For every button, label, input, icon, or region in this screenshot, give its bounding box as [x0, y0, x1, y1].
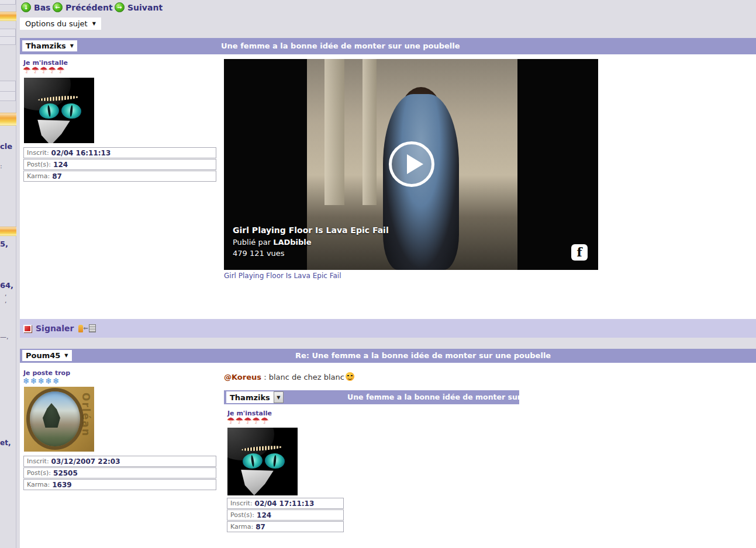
- post1-karma-row: Karma:87: [23, 171, 216, 182]
- chevron-down-icon[interactable]: ▼: [274, 391, 284, 403]
- posts-value: 124: [53, 161, 68, 169]
- left-strip-highlight: [0, 113, 16, 126]
- nav-link-precedent[interactable]: ← Précédent: [53, 2, 113, 12]
- building-column-shape: [363, 59, 377, 205]
- document-icon: [89, 324, 96, 332]
- nav-label[interactable]: Précédent: [65, 3, 113, 12]
- author-name: Thamziks: [26, 41, 66, 50]
- post2-inscrit-row: Inscrit:03/12/2007 22:03: [23, 456, 216, 467]
- cat-mask-shape: [238, 470, 277, 495]
- post2-posts-row: Post(s):52505: [23, 467, 216, 478]
- signaler-link[interactable]: Signaler: [36, 324, 74, 333]
- chevron-down-icon: ▼: [92, 21, 96, 26]
- publisher-prefix: Publié par: [233, 238, 273, 247]
- left-strip-divider: [16, 0, 16, 548]
- karma-value: 87: [52, 172, 62, 181]
- message-text: : blanc de chez blanc: [261, 373, 344, 381]
- inscrit-value: 03/12/2007 22:03: [51, 457, 120, 466]
- left-strip-fragment: —,: [0, 333, 9, 341]
- chevron-down-icon: ▼: [70, 43, 74, 48]
- karma-value: 1639: [52, 481, 71, 489]
- left-strip-cell: [0, 91, 16, 101]
- author-name: Poum45: [26, 351, 60, 360]
- karma-label: Karma:: [230, 523, 253, 530]
- forum-page: cle : 5, 64, , , —, et, ↓ Bas ← Précéden…: [0, 0, 756, 548]
- chevron-down-icon: ▼: [64, 353, 68, 358]
- arrow-right-icon: →: [115, 2, 125, 12]
- arrow-left-icon: ⇐: [84, 325, 88, 331]
- post2-avatar: Orléan: [24, 387, 94, 452]
- posts-label: Post(s):: [230, 511, 254, 519]
- left-strip-fragment: cle: [0, 142, 12, 151]
- left-strip-fragment: :: [0, 162, 2, 170]
- video-publisher: Publié par LADbible: [233, 238, 312, 247]
- post1-action-bar: Signaler ⇐: [20, 319, 756, 338]
- video-views: 479 121 vues: [233, 249, 285, 258]
- umbrella-rank-icons: ☂☂☂☂☂: [227, 415, 269, 426]
- smirk-emoji-icon: [346, 372, 354, 381]
- quote-header: Thamziks ▼ Une femme a la bonne idée de …: [224, 390, 519, 404]
- nav-label[interactable]: Bas: [34, 3, 50, 12]
- post2-header: Poum45 ▼ Re: Une femme a la bonne idée d…: [20, 349, 756, 363]
- quote-author-select[interactable]: Thamziks ▼: [226, 391, 284, 403]
- publisher-name: LADbible: [273, 238, 311, 247]
- karma-label: Karma:: [27, 481, 50, 488]
- quote-post-icon[interactable]: ⇐: [78, 324, 96, 332]
- play-button[interactable]: [389, 141, 434, 187]
- posts-label: Post(s):: [27, 161, 51, 168]
- post1-inscrit-row: Inscrit:02/04 16:11:13: [23, 147, 216, 158]
- quote-posts-row: Post(s):124: [227, 509, 344, 521]
- snowflake-rank-icons: ❄❄❄❄❄: [23, 376, 60, 386]
- left-strip-cell: [0, 81, 16, 92]
- inscrit-value: 02/04 17:11:13: [255, 500, 315, 508]
- post1-title: Une femme a la bonne idée de monter sur …: [221, 38, 460, 54]
- quote-avatar: [227, 428, 298, 495]
- video-source-link[interactable]: Girl Playing Floor Is Lava Epic Fail: [224, 272, 341, 280]
- post2-karma-row: Karma:1639: [23, 479, 216, 490]
- post1-header: Thamziks ▼ Une femme a la bonne idée de …: [20, 38, 756, 54]
- cat-mask-shape: [34, 120, 73, 143]
- building-column-shape: [325, 59, 344, 205]
- nav-link-suivant[interactable]: → Suivant: [115, 2, 163, 12]
- facebook-video-player[interactable]: Girl Playing Floor Is Lava Epic Fail Pub…: [224, 59, 598, 270]
- posts-label: Post(s):: [27, 469, 51, 477]
- cat-eye-icon: [61, 102, 82, 119]
- left-strip-fragment: ,: [5, 297, 7, 304]
- mention-link[interactable]: @Koreus: [224, 373, 261, 381]
- post2-author-dropdown[interactable]: Poum45 ▼: [22, 350, 72, 361]
- left-strip-cell: [0, 0, 16, 5]
- left-strip-highlight: [0, 12, 16, 21]
- report-flag-icon[interactable]: [23, 325, 32, 332]
- video-title: Girl Playing Floor Is Lava Epic Fail: [233, 226, 389, 235]
- left-strip-highlight: [0, 227, 16, 236]
- topic-options-label: Options du sujet: [25, 19, 88, 28]
- umbrella-rank-icons: ☂☂☂☂☂: [23, 65, 65, 75]
- arrow-left-icon: ←: [53, 2, 63, 12]
- quote-title: Une femme a la bonne idée de monter sur …: [347, 390, 519, 404]
- inscrit-label: Inscrit:: [230, 500, 253, 507]
- nav-label[interactable]: Suivant: [127, 3, 163, 12]
- post2-title: Re: Une femme a la bonne idée de monter …: [295, 349, 551, 363]
- post2-message: @Koreus : blanc de chez blanc: [224, 372, 354, 381]
- post1-posts-row: Post(s):124: [23, 159, 216, 170]
- topic-options-dropdown[interactable]: Options du sujet ▼: [20, 18, 101, 30]
- posts-value: 124: [257, 511, 271, 519]
- post1-avatar: [24, 78, 94, 143]
- post1-author-dropdown[interactable]: Thamziks ▼: [22, 40, 77, 51]
- facebook-icon[interactable]: f: [571, 244, 588, 261]
- left-strip-cell: [0, 36, 16, 45]
- left-strip-fragment: et,: [0, 439, 11, 447]
- posts-value: 52505: [53, 469, 78, 477]
- left-strip-cell: [0, 29, 16, 37]
- arrow-down-icon: ↓: [21, 2, 31, 12]
- left-strip-fragment: 5,: [0, 240, 8, 248]
- left-strip-fragment: 64,: [0, 281, 13, 290]
- karma-value: 87: [256, 523, 265, 531]
- quote-karma-row: Karma:87: [227, 521, 344, 532]
- quote-inscrit-row: Inscrit:02/04 17:11:13: [227, 498, 344, 509]
- nav-link-bas[interactable]: ↓ Bas: [21, 2, 50, 12]
- inscrit-label: Inscrit:: [27, 457, 49, 465]
- person-icon: [78, 325, 83, 332]
- author-name: Thamziks: [226, 391, 274, 403]
- inscrit-label: Inscrit:: [27, 149, 49, 157]
